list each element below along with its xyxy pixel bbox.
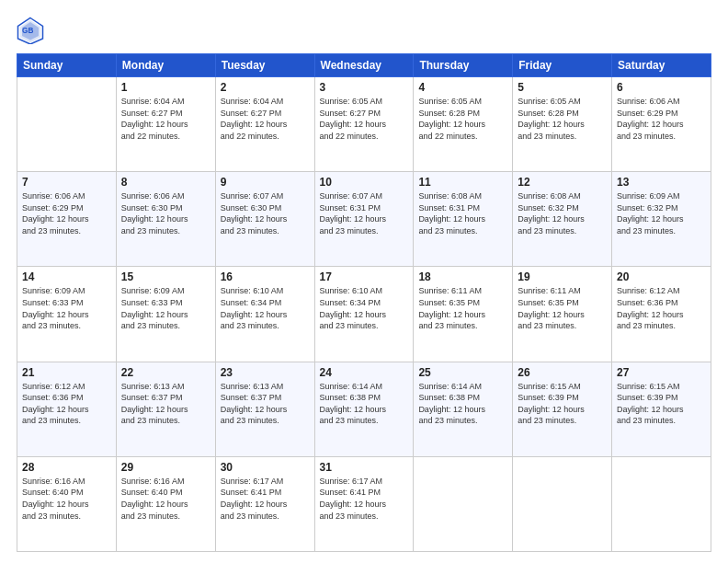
- day-info: Sunrise: 6:15 AM Sunset: 6:39 PM Dayligh…: [518, 381, 607, 427]
- calendar-cell: 27Sunrise: 6:15 AM Sunset: 6:39 PM Dayli…: [612, 362, 711, 456]
- day-number: 14: [22, 270, 111, 283]
- weekday-header-thursday: Thursday: [414, 54, 513, 77]
- calendar-cell: 8Sunrise: 6:06 AM Sunset: 6:30 PM Daylig…: [116, 172, 215, 267]
- day-info: Sunrise: 6:14 AM Sunset: 6:38 PM Dayligh…: [320, 381, 409, 427]
- day-number: 5: [518, 81, 607, 94]
- calendar-cell: 26Sunrise: 6:15 AM Sunset: 6:39 PM Dayli…: [513, 362, 612, 456]
- day-number: 25: [418, 366, 507, 379]
- day-number: 17: [320, 270, 409, 283]
- logo: GB: [17, 17, 48, 44]
- day-number: 26: [518, 366, 607, 379]
- calendar-cell: 31Sunrise: 6:17 AM Sunset: 6:41 PM Dayli…: [314, 456, 414, 551]
- day-info: Sunrise: 6:08 AM Sunset: 6:32 PM Dayligh…: [518, 190, 607, 236]
- calendar-cell: 3Sunrise: 6:05 AM Sunset: 6:27 PM Daylig…: [314, 77, 414, 172]
- calendar-cell: 15Sunrise: 6:09 AM Sunset: 6:33 PM Dayli…: [116, 267, 215, 362]
- day-number: 15: [121, 270, 210, 283]
- week-row-2: 7Sunrise: 6:06 AM Sunset: 6:29 PM Daylig…: [17, 172, 711, 267]
- day-info: Sunrise: 6:05 AM Sunset: 6:27 PM Dayligh…: [320, 96, 409, 142]
- day-number: 13: [617, 176, 706, 189]
- day-number: 23: [221, 366, 310, 379]
- day-number: 4: [418, 81, 507, 94]
- day-info: Sunrise: 6:15 AM Sunset: 6:39 PM Dayligh…: [617, 381, 706, 427]
- day-number: 28: [22, 461, 111, 474]
- weekday-header-tuesday: Tuesday: [215, 54, 314, 77]
- day-info: Sunrise: 6:10 AM Sunset: 6:34 PM Dayligh…: [221, 285, 310, 331]
- day-number: 9: [221, 176, 310, 189]
- calendar-cell: 24Sunrise: 6:14 AM Sunset: 6:38 PM Dayli…: [314, 362, 414, 456]
- calendar-cell: [612, 456, 711, 551]
- calendar-cell: 7Sunrise: 6:06 AM Sunset: 6:29 PM Daylig…: [17, 172, 117, 267]
- calendar-cell: 20Sunrise: 6:12 AM Sunset: 6:36 PM Dayli…: [612, 267, 711, 362]
- day-info: Sunrise: 6:06 AM Sunset: 6:29 PM Dayligh…: [22, 190, 111, 236]
- day-info: Sunrise: 6:04 AM Sunset: 6:27 PM Dayligh…: [221, 96, 310, 142]
- day-info: Sunrise: 6:13 AM Sunset: 6:37 PM Dayligh…: [221, 381, 310, 427]
- day-number: 3: [320, 81, 409, 94]
- calendar-cell: 14Sunrise: 6:09 AM Sunset: 6:33 PM Dayli…: [17, 267, 117, 362]
- weekday-header-row: SundayMondayTuesdayWednesdayThursdayFrid…: [17, 54, 711, 77]
- day-info: Sunrise: 6:05 AM Sunset: 6:28 PM Dayligh…: [518, 96, 607, 142]
- calendar-cell: [17, 77, 117, 172]
- calendar-cell: 29Sunrise: 6:16 AM Sunset: 6:40 PM Dayli…: [116, 456, 215, 551]
- weekday-header-friday: Friday: [513, 54, 612, 77]
- day-info: Sunrise: 6:12 AM Sunset: 6:36 PM Dayligh…: [617, 285, 706, 331]
- calendar-cell: [513, 456, 612, 551]
- calendar-cell: 30Sunrise: 6:17 AM Sunset: 6:41 PM Dayli…: [215, 456, 314, 551]
- day-number: 22: [121, 366, 210, 379]
- week-row-1: 1Sunrise: 6:04 AM Sunset: 6:27 PM Daylig…: [17, 77, 711, 172]
- calendar-cell: 1Sunrise: 6:04 AM Sunset: 6:27 PM Daylig…: [116, 77, 215, 172]
- calendar-cell: 17Sunrise: 6:10 AM Sunset: 6:34 PM Dayli…: [314, 267, 414, 362]
- day-number: 24: [320, 366, 409, 379]
- calendar-cell: 6Sunrise: 6:06 AM Sunset: 6:29 PM Daylig…: [612, 77, 711, 172]
- calendar-cell: 16Sunrise: 6:10 AM Sunset: 6:34 PM Dayli…: [215, 267, 314, 362]
- week-row-3: 14Sunrise: 6:09 AM Sunset: 6:33 PM Dayli…: [17, 267, 711, 362]
- day-number: 21: [22, 366, 111, 379]
- calendar-cell: 2Sunrise: 6:04 AM Sunset: 6:27 PM Daylig…: [215, 77, 314, 172]
- calendar-cell: 18Sunrise: 6:11 AM Sunset: 6:35 PM Dayli…: [414, 267, 513, 362]
- calendar-cell: 5Sunrise: 6:05 AM Sunset: 6:28 PM Daylig…: [513, 77, 612, 172]
- day-info: Sunrise: 6:11 AM Sunset: 6:35 PM Dayligh…: [518, 285, 607, 331]
- day-info: Sunrise: 6:09 AM Sunset: 6:32 PM Dayligh…: [617, 190, 706, 236]
- day-number: 27: [617, 366, 706, 379]
- day-number: 1: [121, 81, 210, 94]
- weekday-header-monday: Monday: [116, 54, 215, 77]
- day-number: 2: [221, 81, 310, 94]
- svg-text:GB: GB: [22, 27, 33, 35]
- calendar-cell: 28Sunrise: 6:16 AM Sunset: 6:40 PM Dayli…: [17, 456, 117, 551]
- day-number: 31: [320, 461, 409, 474]
- day-info: Sunrise: 6:04 AM Sunset: 6:27 PM Dayligh…: [121, 96, 210, 142]
- header: GB: [17, 17, 711, 44]
- calendar-cell: 23Sunrise: 6:13 AM Sunset: 6:37 PM Dayli…: [215, 362, 314, 456]
- day-info: Sunrise: 6:06 AM Sunset: 6:30 PM Dayligh…: [121, 190, 210, 236]
- day-info: Sunrise: 6:13 AM Sunset: 6:37 PM Dayligh…: [121, 381, 210, 427]
- calendar-cell: 9Sunrise: 6:07 AM Sunset: 6:30 PM Daylig…: [215, 172, 314, 267]
- calendar-table: SundayMondayTuesdayWednesdayThursdayFrid…: [17, 53, 711, 552]
- day-number: 29: [121, 461, 210, 474]
- calendar-cell: 21Sunrise: 6:12 AM Sunset: 6:36 PM Dayli…: [17, 362, 117, 456]
- day-number: 6: [617, 81, 706, 94]
- day-info: Sunrise: 6:17 AM Sunset: 6:41 PM Dayligh…: [320, 476, 409, 522]
- day-number: 10: [320, 176, 409, 189]
- calendar-cell: 13Sunrise: 6:09 AM Sunset: 6:32 PM Dayli…: [612, 172, 711, 267]
- day-number: 16: [221, 270, 310, 283]
- day-number: 12: [518, 176, 607, 189]
- day-info: Sunrise: 6:09 AM Sunset: 6:33 PM Dayligh…: [22, 285, 111, 331]
- day-number: 11: [418, 176, 507, 189]
- day-info: Sunrise: 6:07 AM Sunset: 6:30 PM Dayligh…: [221, 190, 310, 236]
- calendar-cell: 12Sunrise: 6:08 AM Sunset: 6:32 PM Dayli…: [513, 172, 612, 267]
- day-number: 30: [221, 461, 310, 474]
- weekday-header-sunday: Sunday: [17, 54, 117, 77]
- calendar-cell: 11Sunrise: 6:08 AM Sunset: 6:31 PM Dayli…: [414, 172, 513, 267]
- calendar-cell: 10Sunrise: 6:07 AM Sunset: 6:31 PM Dayli…: [314, 172, 414, 267]
- week-row-4: 21Sunrise: 6:12 AM Sunset: 6:36 PM Dayli…: [17, 362, 711, 456]
- day-number: 18: [418, 270, 507, 283]
- weekday-header-saturday: Saturday: [612, 54, 711, 77]
- day-number: 8: [121, 176, 210, 189]
- day-info: Sunrise: 6:12 AM Sunset: 6:36 PM Dayligh…: [22, 381, 111, 427]
- week-row-5: 28Sunrise: 6:16 AM Sunset: 6:40 PM Dayli…: [17, 456, 711, 551]
- calendar-cell: 25Sunrise: 6:14 AM Sunset: 6:38 PM Dayli…: [414, 362, 513, 456]
- day-info: Sunrise: 6:14 AM Sunset: 6:38 PM Dayligh…: [418, 381, 507, 427]
- day-info: Sunrise: 6:07 AM Sunset: 6:31 PM Dayligh…: [320, 190, 409, 236]
- day-info: Sunrise: 6:05 AM Sunset: 6:28 PM Dayligh…: [418, 96, 507, 142]
- day-number: 20: [617, 270, 706, 283]
- calendar-cell: 4Sunrise: 6:05 AM Sunset: 6:28 PM Daylig…: [414, 77, 513, 172]
